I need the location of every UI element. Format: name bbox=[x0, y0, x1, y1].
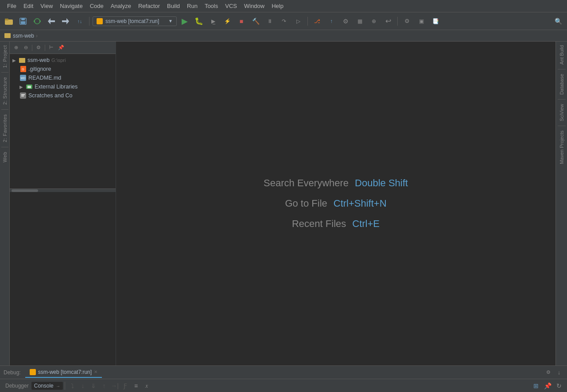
toolbar: ↑↓ ssm-web [tomcat7:run] ▼ ▶ 🐛 ▶̲ ⚡ ■ 🔨 … bbox=[0, 12, 567, 30]
undo-button[interactable]: ↩ bbox=[382, 15, 394, 27]
project-panel-label[interactable]: 1: Project bbox=[0, 42, 9, 71]
run-button[interactable]: ▶ bbox=[179, 15, 191, 27]
bookmarks-button[interactable]: 📑 bbox=[429, 15, 442, 27]
search-everywhere-button[interactable]: 🔍 bbox=[552, 15, 564, 27]
project-panel: ⊕ ⊖ ⚙ ⊢ 📌 ▶ ssm-web G:\spri G bbox=[10, 42, 116, 365]
debugger-tab-button[interactable]: Debugger bbox=[3, 382, 31, 390]
left-strip-sep-3 bbox=[1, 147, 8, 147]
tree-item-readme[interactable]: MD README.md bbox=[10, 73, 116, 82]
svg-rect-4 bbox=[21, 21, 25, 24]
run-config-label: ssm-web [tomcat7:run] bbox=[105, 18, 159, 24]
favorites-panel-label[interactable]: 2: Favorites bbox=[0, 111, 9, 146]
save-button[interactable] bbox=[17, 15, 29, 27]
structure-panel-label[interactable]: 2: Structure bbox=[0, 73, 9, 108]
debug-run-tab[interactable]: ssm-web [tomcat7:run] ✕ bbox=[25, 367, 102, 378]
debug-tab-icon bbox=[30, 369, 36, 375]
build-button[interactable]: 🔨 bbox=[249, 15, 262, 27]
push-button[interactable]: ↑ bbox=[325, 15, 338, 27]
zoom-button[interactable]: ⊕ bbox=[368, 15, 380, 27]
expand-all-button[interactable]: ⊕ bbox=[12, 43, 20, 52]
refresh-console-button[interactable]: ↻ bbox=[554, 380, 564, 391]
tree-item-ext-libs[interactable]: ▶ External Libraries bbox=[10, 82, 116, 91]
step-over-button[interactable]: ↷ bbox=[278, 15, 290, 27]
project-hscroll[interactable] bbox=[10, 188, 116, 192]
menu-file[interactable]: File bbox=[4, 2, 20, 10]
breadcrumb-project[interactable]: ssm-web bbox=[13, 33, 34, 39]
profile-button[interactable]: ⚡ bbox=[221, 15, 233, 27]
search-everywhere-key: Double Shift bbox=[355, 177, 408, 189]
vcs-button[interactable]: ↑↓ bbox=[74, 15, 86, 27]
menu-help[interactable]: Help bbox=[268, 2, 287, 10]
menu-view[interactable]: View bbox=[37, 2, 56, 10]
search-everywhere-label: Search Everywhere bbox=[264, 177, 349, 189]
step-into-button: ↓ bbox=[78, 380, 88, 391]
breadcrumb-separator: › bbox=[36, 33, 38, 39]
menu-navigate[interactable]: Navigate bbox=[56, 2, 86, 10]
dbg-toolbar-sep-1 bbox=[65, 382, 65, 390]
debug-button[interactable]: 🐛 bbox=[193, 15, 205, 27]
tree-item-root[interactable]: ▶ ssm-web G:\spri bbox=[10, 56, 116, 65]
resume-button[interactable]: ▷ bbox=[292, 15, 304, 27]
database-panel-label[interactable]: Database bbox=[559, 70, 564, 98]
stop-button[interactable]: ■ bbox=[235, 15, 248, 27]
debug-toolbar: Debugger Console → ⤵ ↓ ⇓ ↑ →| Ƒ ≡ 𝑥 ⊞ 📌 … bbox=[0, 379, 567, 392]
pin-tab-button[interactable]: 📌 bbox=[542, 380, 553, 391]
proj-scroll-button[interactable]: ⊢ bbox=[47, 43, 56, 52]
restore-layout-button[interactable]: ⊞ bbox=[531, 380, 541, 391]
menu-vcs[interactable]: VCS bbox=[221, 2, 241, 10]
web-panel-label[interactable]: Web bbox=[0, 148, 9, 166]
debug-hide-button[interactable]: ↓ bbox=[555, 368, 563, 377]
menu-window[interactable]: Window bbox=[241, 2, 268, 10]
svg-rect-3 bbox=[21, 18, 25, 20]
menu-build[interactable]: Build bbox=[163, 2, 183, 10]
sciview-panel-label[interactable]: SciView bbox=[559, 100, 564, 125]
bottom-debug-panel: Debug: ssm-web [tomcat7:run] ✕ ⚙ ↓ Debug… bbox=[0, 365, 567, 392]
debug-tab-close[interactable]: ✕ bbox=[94, 369, 97, 374]
menu-run[interactable]: Run bbox=[183, 2, 201, 10]
maven-panel-label[interactable]: Maven Projects bbox=[559, 127, 564, 168]
proj-settings-button[interactable]: ⚙ bbox=[34, 43, 43, 52]
menu-tools[interactable]: Tools bbox=[201, 2, 221, 10]
project-view-button[interactable]: ▣ bbox=[415, 15, 427, 27]
step-out-button: ↑ bbox=[99, 380, 109, 391]
console-redirect-icon: → bbox=[56, 384, 60, 388]
variables-button[interactable]: 𝑥 bbox=[141, 380, 152, 391]
right-sep-3 bbox=[558, 126, 566, 126]
collapse-all-button[interactable]: ⊖ bbox=[21, 43, 30, 52]
menu-refactor[interactable]: Refactor bbox=[135, 2, 163, 10]
layout-button[interactable]: ▦ bbox=[353, 15, 366, 27]
frames-button[interactable]: ≡ bbox=[131, 380, 141, 391]
tree-arrow-root: ▶ bbox=[12, 58, 18, 63]
tree-item-root-path: G:\spri bbox=[51, 58, 66, 63]
menu-edit[interactable]: Edit bbox=[20, 2, 37, 10]
debug-settings-button[interactable]: ⚙ bbox=[544, 368, 553, 377]
breadcrumb-folder-icon bbox=[4, 33, 11, 38]
menu-analyze[interactable]: Analyze bbox=[107, 2, 135, 10]
more-tools-button[interactable]: ⚙ bbox=[401, 15, 413, 27]
folder-icon-root bbox=[19, 58, 25, 63]
proj-pin-button[interactable]: 📌 bbox=[57, 43, 66, 52]
console-tab-button[interactable]: Console → bbox=[31, 382, 63, 390]
step-over-dbg-button: ⤵ bbox=[67, 380, 78, 391]
svg-marker-8 bbox=[62, 18, 69, 24]
toolbar-sep-2 bbox=[307, 17, 308, 26]
tree-icon-md: MD bbox=[19, 74, 27, 81]
shortcut-row-goto: Go to File Ctrl+Shift+N bbox=[285, 198, 386, 209]
debug-tab-label: ssm-web [tomcat7:run] bbox=[38, 369, 92, 375]
tree-item-gitignore[interactable]: G .gitignore bbox=[10, 65, 116, 73]
forward-button[interactable] bbox=[59, 15, 72, 27]
settings-button[interactable]: ⚙ bbox=[339, 15, 352, 27]
pause-button[interactable]: ⏸ bbox=[264, 15, 276, 27]
menu-code[interactable]: Code bbox=[86, 2, 107, 10]
sync-button[interactable] bbox=[31, 15, 43, 27]
coverage-button[interactable]: ▶̲ bbox=[207, 15, 219, 27]
ant-build-panel-label[interactable]: Ant Build bbox=[559, 42, 564, 68]
project-toolbar: ⊕ ⊖ ⚙ ⊢ 📌 bbox=[10, 42, 116, 54]
vcs-history-button[interactable]: ⎇ bbox=[311, 15, 323, 27]
tree-item-scratches[interactable]: Scratches and Co bbox=[10, 91, 116, 100]
open-folder-button[interactable] bbox=[3, 15, 15, 27]
run-to-cursor-button: →| bbox=[109, 380, 120, 391]
run-config-dropdown[interactable]: ssm-web [tomcat7:run] ▼ bbox=[93, 16, 177, 26]
go-to-file-key: Ctrl+Shift+N bbox=[334, 198, 387, 209]
back-button[interactable] bbox=[45, 15, 58, 27]
